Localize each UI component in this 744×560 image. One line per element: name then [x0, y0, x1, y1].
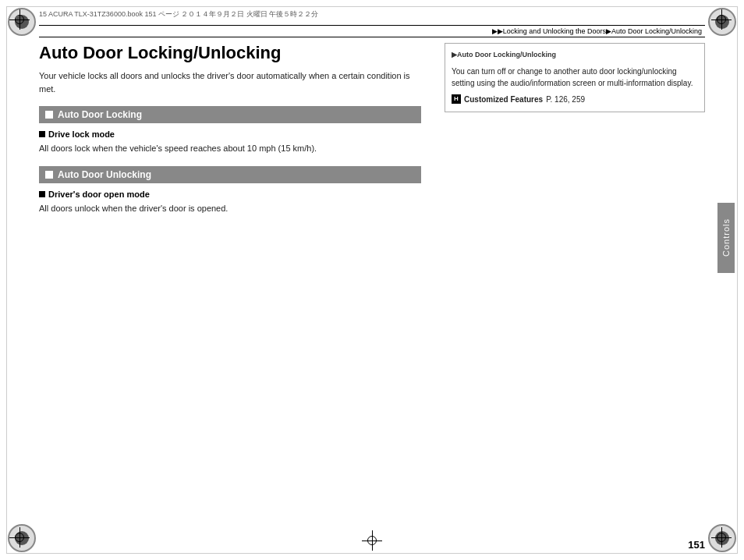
- section-header-locking: Auto Door Locking: [39, 106, 421, 123]
- drivers-door-body: All doors unlock when the driver's door …: [39, 202, 421, 215]
- section-header-locking-label: Auto Door Locking: [58, 109, 142, 120]
- sub-heading-drivers-door-label: Driver's door open mode: [48, 190, 150, 199]
- controls-tab: Controls: [717, 203, 735, 273]
- link-pages: P. 126, 259: [546, 94, 585, 105]
- breadcrumb: ▶▶Locking and Unlocking the Doors▶Auto D…: [39, 25, 705, 37]
- link-bold-text: Customized Features: [464, 94, 543, 105]
- sub-heading-square-drivers-door: [39, 191, 45, 197]
- file-metadata: 15 ACURA TLX-31TZ36000.book 151 ページ ２０１４…: [39, 9, 705, 19]
- sub-heading-drivers-door: Driver's door open mode: [39, 190, 421, 199]
- section-header-unlocking: Auto Door Unlocking: [39, 166, 421, 183]
- section-auto-door-unlocking: Auto Door Unlocking Driver's door open m…: [39, 166, 421, 215]
- page-title: Auto Door Locking/Unlocking: [39, 43, 421, 63]
- breadcrumb-text: ▶▶Locking and Unlocking the Doors▶Auto D…: [492, 27, 702, 35]
- section-header-unlocking-label: Auto Door Unlocking: [58, 169, 151, 180]
- note-box: ▶Auto Door Locking/Unlocking You can tur…: [445, 43, 705, 112]
- section-auto-door-locking: Auto Door Locking Drive lock mode All do…: [39, 106, 421, 155]
- note-box-title-text: ▶Auto Door Locking/Unlocking: [452, 50, 556, 61]
- file-info-text: 15 ACURA TLX-31TZ36000.book 151 ページ ２０１４…: [39, 9, 318, 19]
- section-header-square-unlocking: [45, 171, 53, 179]
- note-box-link: H Customized Features P. 126, 259: [452, 94, 698, 105]
- drive-lock-body: All doors lock when the vehicle's speed …: [39, 142, 421, 155]
- sub-heading-square-drive-lock: [39, 131, 45, 137]
- note-box-body: You can turn off or change to another au…: [452, 66, 698, 89]
- section-header-square-locking: [45, 111, 53, 119]
- sub-heading-drive-lock-label: Drive lock mode: [48, 129, 115, 139]
- right-sidebar: ▶Auto Door Locking/Unlocking You can tur…: [445, 43, 705, 537]
- note-box-title: ▶Auto Door Locking/Unlocking: [452, 50, 698, 61]
- page-number: 151: [688, 539, 705, 551]
- link-icon: H: [452, 94, 461, 104]
- sub-heading-drive-lock: Drive lock mode: [39, 129, 421, 139]
- intro-paragraph: Your vehicle locks all doors and unlocks…: [39, 69, 421, 95]
- main-content: Auto Door Locking/Unlocking Your vehicle…: [39, 43, 421, 537]
